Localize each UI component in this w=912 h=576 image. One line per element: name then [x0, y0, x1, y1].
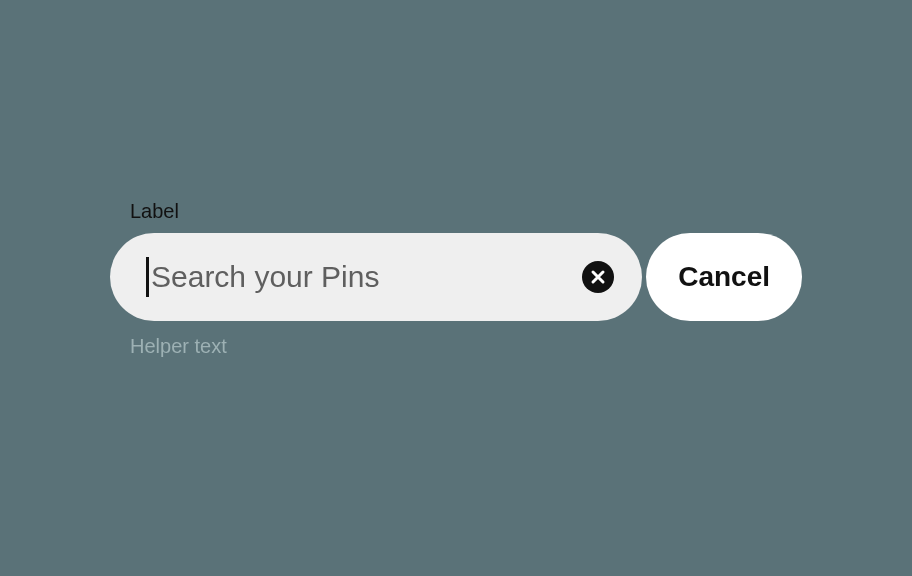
text-caret	[146, 257, 149, 297]
search-helper-text: Helper text	[130, 335, 802, 358]
search-placeholder: Search your Pins	[151, 260, 582, 294]
search-input[interactable]: Search your Pins	[110, 233, 642, 321]
clear-button[interactable]	[582, 261, 614, 293]
cancel-button[interactable]: Cancel	[646, 233, 802, 321]
close-icon	[590, 269, 606, 285]
search-row: Search your Pins Cancel	[110, 233, 802, 321]
search-component: Label Search your Pins Cancel Helper tex…	[110, 200, 802, 358]
cancel-button-label: Cancel	[678, 261, 770, 293]
search-label: Label	[130, 200, 802, 223]
